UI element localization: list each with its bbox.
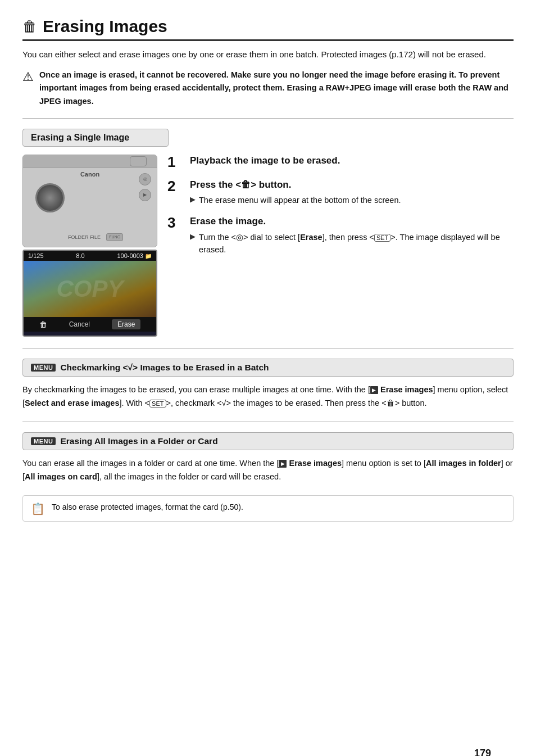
step-3-number: 3 (167, 215, 183, 230)
cam-btn-1: ◎ (139, 173, 151, 185)
camera-images-column: Canon ◎ ▶ FOLDER FILE FUNC (22, 155, 157, 337)
note-box: 📋 To also erase protected images, format… (22, 495, 514, 522)
section-all-body: You can erase all the images in a folder… (22, 457, 514, 484)
camera-top-bar (23, 155, 157, 168)
camera-mockup: Canon ◎ ▶ FOLDER FILE FUNC (22, 155, 157, 247)
divider-3 (22, 422, 514, 422)
erase-title-icon: 🗑 (22, 18, 37, 35)
page-title: Erasing Images (43, 17, 167, 36)
screen-bottom-bar: 🗑 Cancel Erase (24, 317, 156, 332)
section-all-title: Erasing All Images in a Folder or Card (60, 436, 217, 446)
watermark: COPY (56, 275, 123, 302)
camera-lens (35, 183, 65, 212)
cam-btn-2: ▶ (139, 189, 151, 201)
warning-box: ⚠ Once an image is erased, it cannot be … (22, 69, 514, 108)
func-btn: FUNC (106, 233, 123, 241)
note-icon: 📋 (31, 502, 45, 515)
camera-top-knob (130, 156, 147, 166)
step-3-content: Erase the image. ▶ Turn the <◎> dial to … (190, 215, 514, 256)
step-3: 3 Erase the image. ▶ Turn the <◎> dial t… (167, 215, 514, 256)
cancel-label: Cancel (69, 320, 90, 328)
intro-paragraph: You can either select and erase images o… (22, 48, 514, 61)
step-1-content: Playback the image to be erased. (190, 155, 514, 170)
camera-right-buttons: ◎ ▶ (139, 173, 151, 201)
step-2-heading: Press the <🗑> button. (190, 179, 514, 191)
erase-label: Erase (112, 319, 140, 329)
screen-info-bar: 1/125 8.0 100-0003 📁 (24, 251, 156, 261)
step-2-body: The erase menu will appear at the bottom… (199, 194, 401, 206)
step-2-bullet: ▶ The erase menu will appear at the bott… (190, 194, 514, 206)
step-2-number: 2 (167, 179, 183, 193)
section-erase-all: MENU Erasing All Images in a Folder or C… (22, 432, 514, 484)
section-batch-body: By checkmarking the images to be erased,… (22, 383, 514, 410)
step-2: 2 Press the <🗑> button. ▶ The erase menu… (167, 179, 514, 207)
warning-text: Once an image is erased, it cannot be re… (39, 69, 514, 108)
menu-badge-3: MENU (31, 437, 56, 445)
note-text: To also erase protected images, format t… (52, 501, 243, 513)
step-3-bullet: ▶ Turn the <◎> dial to select [Erase], t… (190, 231, 514, 256)
folder-label: FOLDER FILE (68, 234, 101, 240)
section-header-batch: MENU Checkmarking <√> Images to be Erase… (22, 359, 514, 377)
camera-brand: Canon (80, 171, 99, 178)
step-1-number: 1 (167, 155, 183, 169)
page-title-row: 🗑 Erasing Images (22, 17, 514, 41)
section-header-all: MENU Erasing All Images in a Folder or C… (22, 432, 514, 450)
step-2-content: Press the <🗑> button. ▶ The erase menu w… (190, 179, 514, 207)
steps-column: 1 Playback the image to be erased. 2 Pre… (167, 155, 514, 337)
menu-badge-2: MENU (31, 364, 56, 372)
divider-2 (22, 348, 514, 348)
section-single-image: Erasing a Single Image Canon ◎ ▶ (22, 129, 514, 337)
step-3-heading: Erase the image. (190, 215, 514, 228)
shutter-speed: 1/125 (28, 252, 44, 259)
step-1: 1 Playback the image to be erased. (167, 155, 514, 170)
page-number: 179 (474, 748, 491, 756)
divider-1 (22, 118, 514, 119)
step-1-heading: Playback the image to be erased. (190, 155, 514, 167)
screen-trash-icon: 🗑 (39, 320, 47, 329)
bullet-arrow-2: ▶ (190, 195, 196, 203)
step-3-body: Turn the <◎> dial to select [Erase], the… (199, 231, 514, 256)
section-batch-title: Checkmarking <√> Images to be Erased in … (60, 363, 269, 373)
warning-icon: ⚠ (22, 70, 34, 84)
bullet-arrow-3: ▶ (190, 232, 196, 241)
camera-body: Canon ◎ ▶ FOLDER FILE FUNC (23, 168, 157, 247)
section-checkmark-batch: MENU Checkmarking <√> Images to be Erase… (22, 359, 514, 410)
screen-mockup: 1/125 8.0 100-0003 📁 COPY 🗑 Cancel Erase (22, 250, 157, 337)
single-image-content: Canon ◎ ▶ FOLDER FILE FUNC (22, 155, 514, 337)
camera-bottom-buttons: FOLDER FILE FUNC (68, 233, 151, 241)
screen-image: COPY (24, 261, 156, 317)
aperture: 8.0 (76, 252, 84, 259)
section-header-single: Erasing a Single Image (22, 129, 169, 147)
file-number: 100-0003 📁 (117, 252, 152, 259)
